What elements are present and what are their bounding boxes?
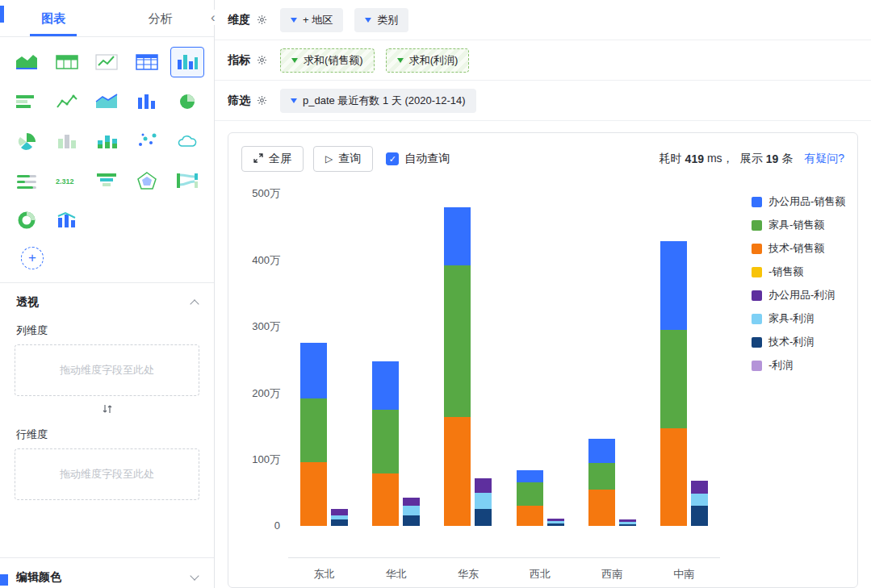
- bar-segment-办公用品-销售额[interactable]: [372, 361, 399, 410]
- bar-segment-家具-销售额[interactable]: [517, 482, 543, 506]
- fullscreen-icon: [253, 152, 263, 165]
- plot: [288, 193, 720, 526]
- row-dimension-dropzone[interactable]: 拖动维度字段至此处: [15, 448, 199, 500]
- bar-segment-办公用品-利润[interactable]: [475, 478, 492, 492]
- bar-segment-家具-销售额[interactable]: [588, 463, 615, 490]
- edit-color-header[interactable]: 编辑颜色: [0, 558, 214, 588]
- metric-chip-profit-sum[interactable]: 求和(利润): [386, 48, 470, 73]
- bar-segment-家具-利润[interactable]: [475, 493, 492, 510]
- legend-item--销售额[interactable]: -销售额: [752, 265, 845, 279]
- dimension-settings-gear-icon[interactable]: [257, 15, 267, 25]
- charttype-line-chart-icon[interactable]: [50, 86, 84, 117]
- x-axis-label: 西北: [515, 567, 565, 582]
- legend-item--利润[interactable]: -利润: [752, 358, 845, 373]
- charttype-horizontal-bar-icon[interactable]: [10, 86, 44, 117]
- dimension-chip-category[interactable]: 类别: [354, 8, 408, 32]
- chip-label: 求和(利润): [409, 53, 459, 68]
- app-root: 图表 分析 2.312 + 透视 列维度 拖动维度字段至此处 行维度 拖动维度字…: [0, 0, 871, 588]
- bar-segment-家具-销售额[interactable]: [300, 398, 327, 461]
- filter-row: 筛选 p_date 最近有数 1 天 (2020-12-14): [215, 81, 871, 121]
- column-dimension-dropzone[interactable]: 拖动维度字段至此处: [15, 344, 199, 396]
- charttype-summary-table-icon[interactable]: [50, 47, 84, 77]
- bar-segment-技术-利润[interactable]: [331, 519, 348, 526]
- legend-item-家具-利润[interactable]: 家具-利润: [752, 311, 845, 326]
- swap-axes-icon[interactable]: [102, 403, 113, 417]
- charttype-word-cloud-icon[interactable]: [170, 126, 204, 156]
- bar-segment-家具-利润[interactable]: [691, 494, 708, 506]
- bar-segment-技术-利润[interactable]: [547, 523, 564, 526]
- bar-segment-办公用品-利润[interactable]: [403, 498, 420, 506]
- bar-segment-家具-销售额[interactable]: [660, 330, 687, 428]
- edit-color-title: 编辑颜色: [16, 570, 61, 585]
- collapse-sidebar-button[interactable]: ‹: [208, 10, 218, 25]
- add-chart-type-button[interactable]: +: [21, 247, 44, 269]
- charttype-trend-table-icon[interactable]: [90, 47, 124, 77]
- bar-segment-技术-利润[interactable]: [475, 509, 492, 526]
- bar-segment-家具-销售额[interactable]: [372, 410, 399, 473]
- 销售额-bar: [372, 361, 399, 526]
- charttype-progress-bar-icon[interactable]: [10, 165, 44, 196]
- bar-segment-技术-销售额[interactable]: [588, 490, 615, 526]
- bar-segment-技术-利润[interactable]: [619, 524, 636, 526]
- bar-segment-技术-利润[interactable]: [691, 506, 708, 526]
- dimension-chip-region[interactable]: + 地区: [280, 8, 343, 32]
- charttype-radar-icon[interactable]: [130, 165, 164, 196]
- charttype-funnel-icon[interactable]: [90, 165, 124, 196]
- bar-segment-办公用品-销售额[interactable]: [660, 241, 687, 330]
- legend-item-办公用品-利润[interactable]: 办公用品-利润: [752, 288, 845, 302]
- filter-chip-pdate[interactable]: p_date 最近有数 1 天 (2020-12-14): [280, 89, 476, 113]
- charttype-sankey-icon[interactable]: [170, 165, 204, 196]
- charttype-data-table-icon[interactable]: [130, 47, 164, 77]
- legend-item-技术-销售额[interactable]: 技术-销售额: [752, 241, 845, 256]
- charttype-column-chart-icon[interactable]: [130, 86, 164, 117]
- y-tick-label: 400万: [252, 253, 280, 268]
- query-button[interactable]: ▷ 查询: [313, 146, 373, 172]
- bar-segment-办公用品-利润[interactable]: [331, 509, 348, 515]
- bar-segment-办公用品-销售额[interactable]: [300, 343, 327, 398]
- filter-settings-gear-icon[interactable]: [257, 95, 267, 106]
- fullscreen-button[interactable]: 全屏: [241, 146, 304, 172]
- auto-query-checkbox[interactable]: ✓: [386, 152, 399, 165]
- bar-segment-技术-销售额[interactable]: [660, 428, 687, 526]
- dropdown-caret-icon: [291, 18, 297, 23]
- help-link[interactable]: 有疑问?: [804, 152, 844, 166]
- tab-analysis[interactable]: 分析: [107, 0, 215, 36]
- chart-card: 全屏 ▷ 查询 ✓ 自动查询 耗时 419 ms， 展示 19 条 有疑: [228, 132, 858, 588]
- charttype-combo-chart-icon[interactable]: [50, 205, 84, 236]
- metric-chip-sales-sum[interactable]: 求和(销售额): [280, 48, 375, 73]
- bar-segment-办公用品-销售额[interactable]: [517, 470, 543, 482]
- dropdown-caret-icon: [365, 18, 371, 23]
- charttype-rose-chart-icon[interactable]: [10, 126, 44, 156]
- legend-item-技术-利润[interactable]: 技术-利润: [752, 335, 845, 349]
- elapsed-label: 耗时: [660, 152, 682, 166]
- legend-label: 技术-销售额: [768, 241, 824, 256]
- bar-segment-家具-利润[interactable]: [403, 506, 420, 515]
- charttype-map-3d-icon[interactable]: [50, 126, 84, 156]
- charttype-scatter-plot-icon[interactable]: [130, 126, 164, 156]
- y-axis: 500万400万300万200万100万0: [241, 193, 280, 526]
- bar-segment-技术-销售额[interactable]: [517, 506, 543, 526]
- 利润-bar: [619, 519, 636, 526]
- bar-segment-技术-销售额[interactable]: [300, 462, 327, 526]
- bar-segment-办公用品-利润[interactable]: [691, 481, 708, 494]
- x-axis: 东北华北华东西北西南中南: [288, 567, 720, 582]
- charttype-stacked-column-icon[interactable]: [90, 126, 124, 156]
- charttype-area-line-icon[interactable]: [90, 86, 124, 117]
- 销售额-bar: [588, 439, 615, 526]
- tab-charts[interactable]: 图表: [0, 0, 107, 36]
- bar-segment-办公用品-销售额[interactable]: [444, 207, 471, 265]
- bar-segment-技术-利润[interactable]: [403, 515, 420, 526]
- charttype-histogram-icon[interactable]: [170, 47, 204, 77]
- charttype-pie-chart-icon[interactable]: [170, 86, 204, 117]
- pivot-section-header[interactable]: 透视: [0, 283, 214, 313]
- charttype-metric-card-icon[interactable]: 2.312: [50, 165, 84, 196]
- legend-item-办公用品-销售额[interactable]: 办公用品-销售额: [752, 194, 845, 209]
- charttype-area-chart-icon[interactable]: [10, 47, 44, 77]
- bar-segment-家具-销售额[interactable]: [444, 265, 471, 417]
- metric-settings-gear-icon[interactable]: [257, 55, 267, 65]
- legend-item-家具-销售额[interactable]: 家具-销售额: [752, 218, 845, 232]
- bar-segment-技术-销售额[interactable]: [372, 473, 399, 526]
- bar-segment-技术-销售额[interactable]: [444, 417, 471, 526]
- bar-segment-办公用品-销售额[interactable]: [588, 439, 615, 463]
- charttype-donut-icon[interactable]: [10, 205, 44, 236]
